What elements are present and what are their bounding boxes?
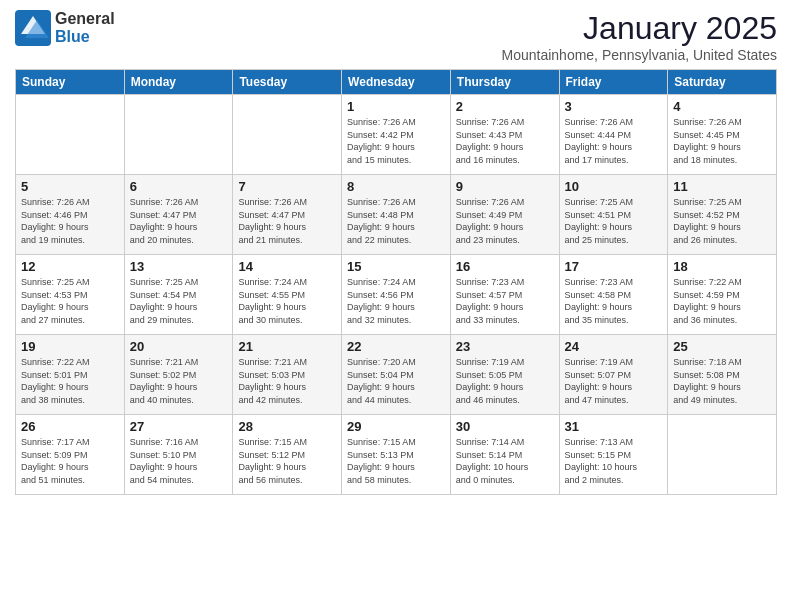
calendar-cell: 26Sunrise: 7:17 AM Sunset: 5:09 PM Dayli…: [16, 415, 125, 495]
calendar-cell: [16, 95, 125, 175]
day-info: Sunrise: 7:26 AM Sunset: 4:44 PM Dayligh…: [565, 116, 663, 166]
day-number: 10: [565, 179, 663, 194]
calendar-week-row: 5Sunrise: 7:26 AM Sunset: 4:46 PM Daylig…: [16, 175, 777, 255]
calendar-cell: [668, 415, 777, 495]
day-number: 8: [347, 179, 445, 194]
calendar-cell: 7Sunrise: 7:26 AM Sunset: 4:47 PM Daylig…: [233, 175, 342, 255]
logo-blue-text: Blue: [55, 28, 90, 45]
day-number: 18: [673, 259, 771, 274]
day-number: 28: [238, 419, 336, 434]
day-number: 15: [347, 259, 445, 274]
day-info: Sunrise: 7:26 AM Sunset: 4:43 PM Dayligh…: [456, 116, 554, 166]
day-number: 17: [565, 259, 663, 274]
calendar-week-row: 12Sunrise: 7:25 AM Sunset: 4:53 PM Dayli…: [16, 255, 777, 335]
title-block: January 2025 Mountainhome, Pennsylvania,…: [502, 10, 778, 63]
day-info: Sunrise: 7:20 AM Sunset: 5:04 PM Dayligh…: [347, 356, 445, 406]
day-info: Sunrise: 7:25 AM Sunset: 4:53 PM Dayligh…: [21, 276, 119, 326]
day-number: 26: [21, 419, 119, 434]
logo: General Blue: [15, 10, 115, 46]
calendar-cell: 2Sunrise: 7:26 AM Sunset: 4:43 PM Daylig…: [450, 95, 559, 175]
calendar-cell: [124, 95, 233, 175]
day-number: 11: [673, 179, 771, 194]
day-number: 1: [347, 99, 445, 114]
day-info: Sunrise: 7:19 AM Sunset: 5:07 PM Dayligh…: [565, 356, 663, 406]
calendar-cell: [233, 95, 342, 175]
calendar-cell: 5Sunrise: 7:26 AM Sunset: 4:46 PM Daylig…: [16, 175, 125, 255]
day-info: Sunrise: 7:16 AM Sunset: 5:10 PM Dayligh…: [130, 436, 228, 486]
calendar-cell: 13Sunrise: 7:25 AM Sunset: 4:54 PM Dayli…: [124, 255, 233, 335]
day-number: 19: [21, 339, 119, 354]
day-info: Sunrise: 7:25 AM Sunset: 4:52 PM Dayligh…: [673, 196, 771, 246]
day-number: 12: [21, 259, 119, 274]
day-info: Sunrise: 7:21 AM Sunset: 5:03 PM Dayligh…: [238, 356, 336, 406]
day-info: Sunrise: 7:17 AM Sunset: 5:09 PM Dayligh…: [21, 436, 119, 486]
calendar-cell: 14Sunrise: 7:24 AM Sunset: 4:55 PM Dayli…: [233, 255, 342, 335]
day-number: 29: [347, 419, 445, 434]
day-number: 25: [673, 339, 771, 354]
logo-general-text: General: [55, 10, 115, 27]
calendar-table: SundayMondayTuesdayWednesdayThursdayFrid…: [15, 69, 777, 495]
day-info: Sunrise: 7:26 AM Sunset: 4:46 PM Dayligh…: [21, 196, 119, 246]
day-info: Sunrise: 7:24 AM Sunset: 4:55 PM Dayligh…: [238, 276, 336, 326]
day-number: 13: [130, 259, 228, 274]
calendar-cell: 9Sunrise: 7:26 AM Sunset: 4:49 PM Daylig…: [450, 175, 559, 255]
day-info: Sunrise: 7:22 AM Sunset: 5:01 PM Dayligh…: [21, 356, 119, 406]
weekday-header-saturday: Saturday: [668, 70, 777, 95]
weekday-header-tuesday: Tuesday: [233, 70, 342, 95]
day-info: Sunrise: 7:25 AM Sunset: 4:51 PM Dayligh…: [565, 196, 663, 246]
weekday-header-friday: Friday: [559, 70, 668, 95]
calendar-cell: 24Sunrise: 7:19 AM Sunset: 5:07 PM Dayli…: [559, 335, 668, 415]
day-number: 4: [673, 99, 771, 114]
calendar-cell: 27Sunrise: 7:16 AM Sunset: 5:10 PM Dayli…: [124, 415, 233, 495]
calendar-cell: 11Sunrise: 7:25 AM Sunset: 4:52 PM Dayli…: [668, 175, 777, 255]
calendar-cell: 17Sunrise: 7:23 AM Sunset: 4:58 PM Dayli…: [559, 255, 668, 335]
day-number: 21: [238, 339, 336, 354]
day-info: Sunrise: 7:26 AM Sunset: 4:47 PM Dayligh…: [130, 196, 228, 246]
day-number: 23: [456, 339, 554, 354]
day-info: Sunrise: 7:23 AM Sunset: 4:57 PM Dayligh…: [456, 276, 554, 326]
day-info: Sunrise: 7:26 AM Sunset: 4:42 PM Dayligh…: [347, 116, 445, 166]
location: Mountainhome, Pennsylvania, United State…: [502, 47, 778, 63]
day-info: Sunrise: 7:19 AM Sunset: 5:05 PM Dayligh…: [456, 356, 554, 406]
day-info: Sunrise: 7:15 AM Sunset: 5:12 PM Dayligh…: [238, 436, 336, 486]
calendar-cell: 10Sunrise: 7:25 AM Sunset: 4:51 PM Dayli…: [559, 175, 668, 255]
day-number: 22: [347, 339, 445, 354]
day-info: Sunrise: 7:15 AM Sunset: 5:13 PM Dayligh…: [347, 436, 445, 486]
day-info: Sunrise: 7:25 AM Sunset: 4:54 PM Dayligh…: [130, 276, 228, 326]
weekday-header-row: SundayMondayTuesdayWednesdayThursdayFrid…: [16, 70, 777, 95]
header: General Blue January 2025 Mountainhome, …: [15, 10, 777, 63]
month-title: January 2025: [502, 10, 778, 47]
main-container: General Blue January 2025 Mountainhome, …: [0, 0, 792, 505]
calendar-cell: 4Sunrise: 7:26 AM Sunset: 4:45 PM Daylig…: [668, 95, 777, 175]
day-info: Sunrise: 7:14 AM Sunset: 5:14 PM Dayligh…: [456, 436, 554, 486]
day-number: 31: [565, 419, 663, 434]
day-number: 14: [238, 259, 336, 274]
calendar-cell: 20Sunrise: 7:21 AM Sunset: 5:02 PM Dayli…: [124, 335, 233, 415]
day-number: 3: [565, 99, 663, 114]
calendar-cell: 21Sunrise: 7:21 AM Sunset: 5:03 PM Dayli…: [233, 335, 342, 415]
day-info: Sunrise: 7:18 AM Sunset: 5:08 PM Dayligh…: [673, 356, 771, 406]
day-info: Sunrise: 7:21 AM Sunset: 5:02 PM Dayligh…: [130, 356, 228, 406]
calendar-week-row: 19Sunrise: 7:22 AM Sunset: 5:01 PM Dayli…: [16, 335, 777, 415]
calendar-cell: 1Sunrise: 7:26 AM Sunset: 4:42 PM Daylig…: [342, 95, 451, 175]
calendar-cell: 6Sunrise: 7:26 AM Sunset: 4:47 PM Daylig…: [124, 175, 233, 255]
calendar-cell: 8Sunrise: 7:26 AM Sunset: 4:48 PM Daylig…: [342, 175, 451, 255]
calendar-cell: 28Sunrise: 7:15 AM Sunset: 5:12 PM Dayli…: [233, 415, 342, 495]
weekday-header-wednesday: Wednesday: [342, 70, 451, 95]
day-number: 2: [456, 99, 554, 114]
day-number: 16: [456, 259, 554, 274]
calendar-cell: 31Sunrise: 7:13 AM Sunset: 5:15 PM Dayli…: [559, 415, 668, 495]
day-number: 20: [130, 339, 228, 354]
calendar-week-row: 26Sunrise: 7:17 AM Sunset: 5:09 PM Dayli…: [16, 415, 777, 495]
day-number: 27: [130, 419, 228, 434]
day-number: 30: [456, 419, 554, 434]
day-number: 9: [456, 179, 554, 194]
day-info: Sunrise: 7:26 AM Sunset: 4:45 PM Dayligh…: [673, 116, 771, 166]
weekday-header-thursday: Thursday: [450, 70, 559, 95]
calendar-cell: 18Sunrise: 7:22 AM Sunset: 4:59 PM Dayli…: [668, 255, 777, 335]
calendar-cell: 3Sunrise: 7:26 AM Sunset: 4:44 PM Daylig…: [559, 95, 668, 175]
calendar-cell: 30Sunrise: 7:14 AM Sunset: 5:14 PM Dayli…: [450, 415, 559, 495]
day-info: Sunrise: 7:22 AM Sunset: 4:59 PM Dayligh…: [673, 276, 771, 326]
day-info: Sunrise: 7:26 AM Sunset: 4:47 PM Dayligh…: [238, 196, 336, 246]
day-info: Sunrise: 7:26 AM Sunset: 4:49 PM Dayligh…: [456, 196, 554, 246]
